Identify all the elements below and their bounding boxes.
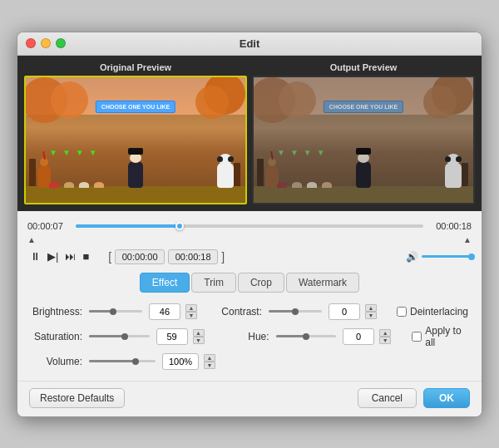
out-food-row bbox=[277, 182, 332, 188]
main-window: Edit Original Preview CHOOSE ONE YOU L bbox=[17, 32, 482, 417]
restore-defaults-button[interactable]: Restore Defaults bbox=[29, 388, 125, 408]
title-bar: Edit bbox=[17, 32, 482, 56]
out-ground bbox=[254, 186, 473, 203]
apply-all-checkbox-label[interactable]: Apply to all bbox=[412, 325, 468, 348]
output-preview-label: Output Preview bbox=[252, 62, 475, 76]
volume-slider-thumb[interactable] bbox=[132, 358, 139, 365]
preview-area: Original Preview CHOOSE ONE YOU LIKE bbox=[17, 56, 482, 211]
original-preview-panel: Original Preview CHOOSE ONE YOU LIKE bbox=[24, 62, 247, 204]
out-arrows-row: ▼ ▼ ▼ ▼ bbox=[277, 148, 325, 157]
saturation-input[interactable] bbox=[156, 328, 188, 345]
action-buttons: Cancel OK bbox=[358, 388, 470, 408]
range-end-input[interactable] bbox=[168, 249, 218, 264]
timeline-start-time: 00:00:07 bbox=[27, 221, 71, 231]
hue-thumb[interactable] bbox=[303, 333, 309, 340]
brightness-input[interactable] bbox=[149, 303, 180, 320]
bg-tree-2 bbox=[51, 81, 88, 119]
contrast-label: Contrast: bbox=[210, 306, 262, 318]
volume-area: 🔊 bbox=[406, 251, 472, 263]
tabs-row: Effect Trim Crop Watermark bbox=[27, 268, 472, 296]
trunk-1 bbox=[29, 159, 36, 188]
volume-thumb[interactable] bbox=[468, 254, 475, 260]
volume-slider[interactable] bbox=[89, 360, 156, 362]
maximize-button[interactable] bbox=[56, 38, 66, 48]
hue-input[interactable] bbox=[343, 328, 374, 345]
caret-end: ▲ bbox=[463, 235, 472, 244]
apply-all-label-text: Apply to all bbox=[425, 325, 468, 348]
output-preview-panel: Output Preview CHOOSE ONE YOU LIKE bbox=[252, 62, 475, 204]
contrast-down[interactable]: ▼ bbox=[365, 312, 377, 319]
hue-fill bbox=[276, 335, 306, 337]
contrast-thumb[interactable] bbox=[292, 308, 299, 315]
contrast-slider[interactable] bbox=[269, 310, 322, 313]
volume-down[interactable]: ▼ bbox=[204, 362, 215, 369]
ground bbox=[26, 186, 245, 203]
out-trunk-2 bbox=[462, 163, 468, 188]
saturation-thumb[interactable] bbox=[121, 333, 128, 340]
stop-button[interactable]: ■ bbox=[80, 249, 91, 263]
volume-spinner: ▲ ▼ bbox=[204, 354, 215, 369]
tab-crop[interactable]: Crop bbox=[238, 273, 284, 293]
play-forward-button[interactable]: ▶| bbox=[45, 249, 61, 263]
tab-effect[interactable]: Effect bbox=[140, 273, 190, 293]
range-start-input[interactable] bbox=[115, 249, 165, 264]
hue-slider[interactable] bbox=[276, 335, 337, 337]
brightness-slider[interactable] bbox=[89, 310, 142, 313]
contrast-spinner: ▲ ▼ bbox=[365, 304, 377, 319]
timeline-thumb[interactable] bbox=[175, 222, 184, 230]
original-scene: CHOOSE ONE YOU LIKE bbox=[26, 77, 245, 203]
trunk-2 bbox=[234, 163, 240, 188]
timeline-row: 00:00:07 00:00:18 bbox=[27, 218, 472, 234]
food-row bbox=[49, 182, 104, 188]
brightness-spinner: ▲ ▼ bbox=[185, 304, 197, 319]
hue-up[interactable]: ▲ bbox=[379, 329, 391, 337]
apply-all-checkbox[interactable] bbox=[412, 332, 422, 342]
settings-row-3: Volume: ▲ ▼ bbox=[31, 351, 468, 372]
saturation-slider[interactable] bbox=[89, 335, 150, 337]
ok-button[interactable]: OK bbox=[423, 388, 470, 408]
deinterlacing-checkbox-label[interactable]: Deinterlacing bbox=[397, 306, 468, 318]
brightness-label: Brightness: bbox=[31, 306, 82, 318]
saturation-up[interactable]: ▲ bbox=[193, 329, 205, 337]
window-title: Edit bbox=[240, 37, 260, 50]
tab-watermark[interactable]: Watermark bbox=[286, 273, 359, 293]
brightness-down[interactable]: ▼ bbox=[185, 312, 197, 319]
output-scene: CHOOSE ONE YOU LIKE bbox=[254, 77, 473, 203]
hue-spinner: ▲ ▼ bbox=[379, 329, 391, 344]
timeline-end-time: 00:00:18 bbox=[428, 221, 472, 231]
deinterlacing-checkbox[interactable] bbox=[397, 307, 407, 317]
volume-fill bbox=[89, 360, 136, 362]
close-button[interactable] bbox=[26, 38, 36, 48]
time-range: [ ] bbox=[108, 249, 225, 264]
pause-button[interactable]: ⏸ bbox=[27, 249, 43, 263]
brightness-thumb[interactable] bbox=[110, 308, 116, 315]
caret-row: ▲ ▲ bbox=[27, 234, 472, 246]
volume-track[interactable] bbox=[422, 255, 472, 258]
contrast-up[interactable]: ▲ bbox=[365, 304, 377, 312]
minimize-button[interactable] bbox=[41, 38, 51, 48]
saturation-fill bbox=[89, 335, 125, 337]
contrast-input[interactable] bbox=[329, 303, 360, 320]
volume-up[interactable]: ▲ bbox=[204, 354, 215, 362]
out-banner: CHOOSE ONE YOU LIKE bbox=[324, 101, 403, 113]
output-preview-video: CHOOSE ONE YOU LIKE bbox=[252, 76, 475, 204]
controls-area: 00:00:07 00:00:18 ▲ ▲ ⏸ ▶| ⏭ ■ [ bbox=[17, 211, 482, 296]
tab-trim[interactable]: Trim bbox=[191, 273, 236, 293]
brightness-up[interactable]: ▲ bbox=[185, 304, 197, 312]
settings-row-1: Brightness: ▲ ▼ Contrast: ▲ ▼ bbox=[31, 301, 468, 322]
out-trunk-1 bbox=[257, 159, 264, 188]
arrows-row: ▼ ▼ ▼ ▼ bbox=[49, 148, 97, 157]
cancel-button[interactable]: Cancel bbox=[358, 388, 417, 408]
settings-row-2: Saturation: ▲ ▼ Hue: ▲ ▼ bbox=[31, 322, 468, 351]
volume-input[interactable] bbox=[162, 353, 199, 370]
timeline-track[interactable] bbox=[76, 224, 423, 228]
forward-frame-button[interactable]: ⏭ bbox=[62, 249, 78, 263]
bg-tree-4 bbox=[195, 86, 229, 119]
saturation-label: Saturation: bbox=[31, 331, 82, 342]
out-pilgrim-char bbox=[356, 161, 371, 188]
hue-down[interactable]: ▼ bbox=[379, 337, 391, 344]
out-panda-char bbox=[445, 163, 462, 188]
saturation-down[interactable]: ▼ bbox=[193, 337, 205, 344]
bracket-open: [ bbox=[108, 250, 111, 263]
playback-controls: ⏸ ▶| ⏭ ■ bbox=[27, 249, 91, 263]
